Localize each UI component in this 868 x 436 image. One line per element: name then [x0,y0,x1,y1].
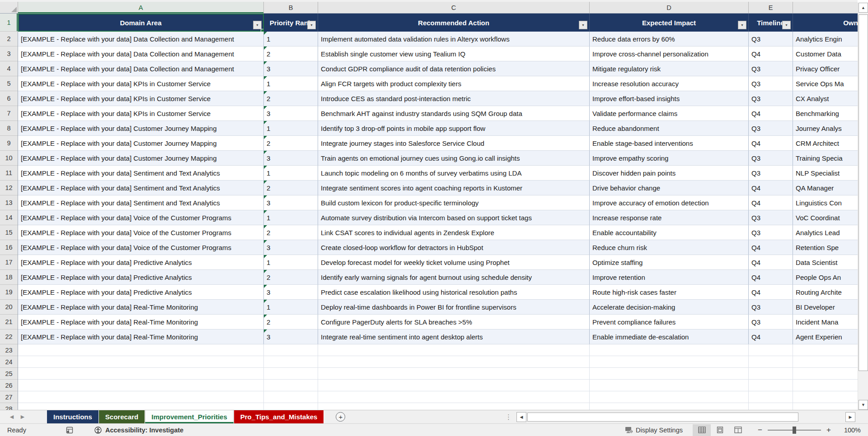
cell-domain-area[interactable]: [EXAMPLE - Replace with your data] Senti… [18,181,264,195]
cell-timeline[interactable]: Q3 [749,210,793,225]
empty-grid-rows[interactable] [18,344,858,410]
cell-owner[interactable]: Benchmarking [793,106,858,121]
cell-owner[interactable]: Analytics Lead [793,225,858,240]
row-header[interactable]: 8 [0,121,18,136]
cell-expected-impact[interactable]: Enable accountability [590,225,749,240]
row-header[interactable]: 17 [0,255,18,270]
cell-domain-area[interactable]: [EXAMPLE - Replace with your data] KPIs … [18,106,264,121]
row-header[interactable]: 26 [0,380,18,391]
filter-dropdown-button[interactable]: ▼ [579,21,587,29]
zoom-slider-handle[interactable] [793,427,796,434]
cell-domain-area[interactable]: [EXAMPLE - Replace with your data] KPIs … [18,91,264,106]
header-recommended-action[interactable]: Recommended Action ▼ [318,14,590,32]
cell-expected-impact[interactable]: Prevent compliance failures [590,315,749,329]
cell-owner[interactable]: Incident Mana [793,315,858,329]
cell-priority-rank[interactable]: 3 [264,240,318,255]
cell-recommended-action[interactable]: Align FCR targets with product complexit… [318,76,590,91]
scroll-down-button[interactable]: ▼ [859,400,868,410]
row-header[interactable]: 20 [0,300,18,315]
zoom-in-button[interactable]: + [825,426,833,435]
scroll-left-button[interactable]: ◀ [516,412,526,422]
cell-recommended-action[interactable]: Implement automated data validation rule… [318,32,590,46]
cell-expected-impact[interactable]: Increase response rate [590,210,749,225]
cell-owner[interactable]: NLP Specialist [793,166,858,181]
cell-timeline[interactable]: Q4 [749,240,793,255]
row-header[interactable]: 23 [0,344,18,356]
cell-recommended-action[interactable]: Link CSAT scores to individual agents in… [318,225,590,240]
cell-priority-rank[interactable]: 1 [264,210,318,225]
selection-fill-handle[interactable] [261,29,264,32]
cell-timeline[interactable]: Q3 [749,225,793,240]
cell-domain-area[interactable]: [EXAMPLE - Replace with your data] Predi… [18,255,264,270]
accessibility-status[interactable]: Accessibility: Investigate [94,426,183,434]
row-header[interactable]: 6 [0,91,18,106]
sheet-tab[interactable]: Pro_Tips_and_Mistakes [234,410,324,423]
cell-owner[interactable]: Journey Analys [793,121,858,136]
cell-domain-area[interactable]: [EXAMPLE - Replace with your data] Senti… [18,166,264,181]
scroll-right-button[interactable]: ▶ [845,412,855,422]
sheet-tab[interactable]: Improvement_Priorities [145,410,234,423]
cell-recommended-action[interactable]: Establish single customer view using Tea… [318,46,590,61]
cell-expected-impact[interactable]: Reduce churn risk [590,240,749,255]
cell-priority-rank[interactable]: 1 [264,166,318,181]
cell-timeline[interactable]: Q4 [749,46,793,61]
display-settings-button[interactable]: Display Settings [625,427,683,434]
cell-recommended-action[interactable]: Build custom lexicon for product-specifi… [318,195,590,210]
cell-domain-area[interactable]: [EXAMPLE - Replace with your data] Voice… [18,210,264,225]
row-header[interactable]: 21 [0,315,18,329]
header-domain-area[interactable]: Domain Area ▼ [18,14,264,32]
filter-dropdown-button[interactable]: ▼ [782,21,791,29]
cell-priority-rank[interactable]: 1 [264,121,318,136]
zoom-slider-track[interactable] [768,430,821,431]
cell-priority-rank[interactable]: 1 [264,255,318,270]
row-header[interactable]: 28 [0,403,18,410]
cell-domain-area[interactable]: [EXAMPLE - Replace with your data] Predi… [18,285,264,300]
cell-priority-rank[interactable]: 3 [264,61,318,76]
cell-timeline[interactable]: Q4 [749,255,793,270]
cell-domain-area[interactable]: [EXAMPLE - Replace with your data] Data … [18,46,264,61]
cell-expected-impact[interactable]: Enable stage-based interventions [590,136,749,151]
column-header[interactable]: B [264,2,318,13]
page-break-preview-button[interactable] [729,424,747,436]
cell-priority-rank[interactable]: 3 [264,285,318,300]
filter-dropdown-button[interactable]: ▼ [307,21,316,29]
cell-timeline[interactable]: Q3 [749,166,793,181]
vertical-scrollbar-thumb[interactable] [859,14,868,371]
row-header[interactable]: 10 [0,151,18,166]
row-header[interactable]: 2 [0,32,18,46]
column-header[interactable]: E [749,2,793,13]
header-owner[interactable]: Owner [793,14,858,32]
cell-priority-rank[interactable]: 2 [264,315,318,329]
row-header[interactable]: 9 [0,136,18,151]
cell-timeline[interactable]: Q4 [749,329,793,344]
cell-priority-rank[interactable]: 3 [264,106,318,121]
horizontal-scrollbar-thumb[interactable] [527,413,798,422]
vertical-scrollbar[interactable]: ▲ ▼ [858,3,868,410]
cell-owner[interactable]: Privacy Officer [793,61,858,76]
cell-expected-impact[interactable]: Increase resolution accuracy [590,76,749,91]
cell-timeline[interactable]: Q3 [749,91,793,106]
normal-view-button[interactable] [693,424,711,436]
cell-owner[interactable]: Routing Archite [793,285,858,300]
cell-timeline[interactable]: Q4 [749,285,793,300]
cell-owner[interactable]: People Ops An [793,270,858,285]
tab-splitter-handle[interactable]: ⋮ [505,413,512,421]
sheet-tab[interactable]: Scorecard [99,410,145,423]
cell-expected-impact[interactable]: Improve effort-based insights [590,91,749,106]
cell-domain-area[interactable]: [EXAMPLE - Replace with your data] Custo… [18,121,264,136]
cell-priority-rank[interactable]: 2 [264,225,318,240]
cell-owner[interactable]: Linguistics Con [793,195,858,210]
cell-expected-impact[interactable]: Route high-risk cases faster [590,285,749,300]
row-header[interactable]: 25 [0,368,18,380]
cell-timeline[interactable]: Q3 [749,151,793,166]
cell-domain-area[interactable]: [EXAMPLE - Replace with your data] Predi… [18,270,264,285]
cell-priority-rank[interactable]: 3 [264,329,318,344]
cell-expected-impact[interactable]: Accelerate decision-making [590,300,749,315]
cell-timeline[interactable]: Q3 [749,76,793,91]
cell-recommended-action[interactable]: Conduct GDPR compliance audit of data re… [318,61,590,76]
zoom-level-label[interactable]: 100% [839,427,861,434]
cell-recommended-action[interactable]: Integrate journey stages into Salesforce… [318,136,590,151]
row-header[interactable]: 5 [0,76,18,91]
cell-timeline[interactable]: Q3 [749,315,793,329]
cell-recommended-action[interactable]: Train agents on emotional journey cues u… [318,151,590,166]
